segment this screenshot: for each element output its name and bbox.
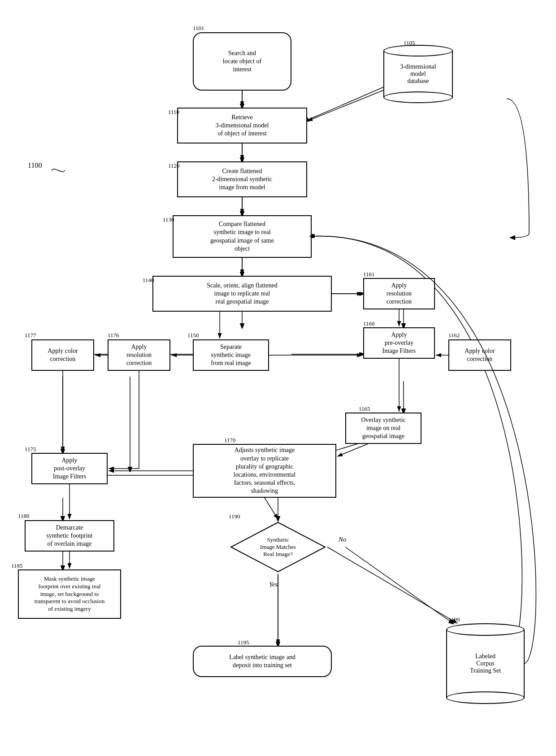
node-1195: Label synthetic image and deposit into t… xyxy=(193,646,332,677)
label-1110: Retrieve 3-dimensional model of object o… xyxy=(216,113,269,138)
label-1165: Overlay synthetic image on real geospati… xyxy=(361,416,405,441)
ref-1165: 1165 xyxy=(359,405,370,413)
label-1130: Compare flattened synthetic image to rea… xyxy=(210,220,274,253)
ref-1180: 1180 xyxy=(18,513,30,520)
diagram-container: Search and locate object of interest 110… xyxy=(0,0,556,756)
label-1161: Apply resolution correction xyxy=(387,282,412,306)
ref-1130: 1130 xyxy=(163,216,174,223)
ref-1160: 1160 xyxy=(363,320,375,327)
ref-1177: 1177 xyxy=(25,332,36,339)
label-1140: Scale, orient, align flattened image to … xyxy=(207,282,277,306)
label-1185: Mask synthetic image footprint over exis… xyxy=(35,575,104,613)
node-1170: Adjusts synthetic image overlay to repli… xyxy=(193,444,336,498)
label-1195: Label synthetic image and deposit into t… xyxy=(229,653,295,669)
ref-1140: 1140 xyxy=(143,277,154,284)
ref-1161: 1161 xyxy=(363,271,375,278)
ref-1110: 1110 xyxy=(168,109,179,116)
node-1140: Scale, orient, align flattened image to … xyxy=(152,276,332,312)
node-1160: Apply pre-overlay Image Filters xyxy=(363,327,435,359)
ref-1195: 1195 xyxy=(238,639,249,646)
ref-1175: 1175 xyxy=(25,446,36,453)
label-1101: Search and locate object of interest xyxy=(223,49,261,74)
ref-1199: 1199 xyxy=(448,616,460,623)
label-1170: Adjusts synthetic image overlay to repli… xyxy=(234,446,295,495)
label-1120: Create flattened 2-dimensional synthetic… xyxy=(212,167,272,192)
label-1105: 3-dimensional model database xyxy=(400,63,436,85)
label-1177: Apply color correction xyxy=(48,347,78,363)
ref-1190: 1190 xyxy=(229,513,240,520)
node-1161: Apply resolution correction xyxy=(363,278,435,309)
node-1177: Apply color correction xyxy=(31,339,94,371)
node-1185: Mask synthetic image footprint over exis… xyxy=(18,569,121,619)
node-1165: Overlay synthetic image on real geospati… xyxy=(345,413,421,444)
node-1199: Labeled Corpus Training Set xyxy=(446,623,525,704)
node-1120: Create flattened 2-dimensional synthetic… xyxy=(177,161,307,197)
node-1190: Synthetic Image Matches Real Image? xyxy=(229,520,327,574)
label-1150: Separate synthetic image from real image xyxy=(211,343,251,368)
label-1160: Apply pre-overlay Image Filters xyxy=(382,331,416,356)
node-1162: Apply color correction xyxy=(448,339,511,371)
ref-1162: 1162 xyxy=(448,332,460,339)
svg-text:Real Image?: Real Image? xyxy=(263,551,293,557)
svg-text:Synthetic: Synthetic xyxy=(267,536,289,543)
ref-1120: 1120 xyxy=(168,162,180,169)
node-1105: 3-dimensional model database xyxy=(383,45,453,103)
label-1162: Apply color correction xyxy=(465,347,495,363)
yes-label: Yes xyxy=(269,581,278,588)
label-1180: Demarcate synthetic footprint of overlai… xyxy=(46,524,92,548)
ref-1101: 1101 xyxy=(193,25,204,32)
node-1175: Apply post-overlay Image Filters xyxy=(31,453,108,484)
svg-text:Image Matches: Image Matches xyxy=(260,543,296,550)
node-1180: Demarcate synthetic footprint of overlai… xyxy=(25,520,114,552)
label-1176: Apply resolution correction xyxy=(126,343,152,368)
label-1199: Labeled Corpus Training Set xyxy=(470,653,501,674)
node-1101: Search and locate object of interest xyxy=(193,32,291,91)
label-1175: Apply post-overlay Image Filters xyxy=(53,456,86,481)
diagram-ref-1100: 1100 xyxy=(28,161,42,169)
no-label: No xyxy=(339,536,347,543)
ref-1150: 1150 xyxy=(187,332,199,339)
node-1176: Apply resolution correction xyxy=(108,339,170,371)
svg-line-22 xyxy=(345,547,453,623)
ref-1170: 1170 xyxy=(224,437,236,444)
node-1110: Retrieve 3-dimensional model of object o… xyxy=(177,108,307,143)
node-1150: Separate synthetic image from real image xyxy=(193,339,269,371)
ref-1176: 1176 xyxy=(108,332,119,339)
ref-1185: 1185 xyxy=(11,562,23,569)
node-1130: Compare flattened synthetic image to rea… xyxy=(173,215,312,258)
